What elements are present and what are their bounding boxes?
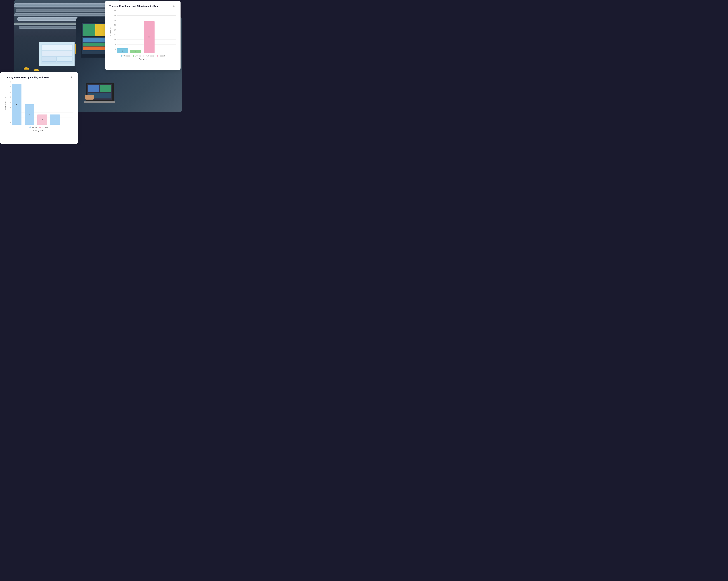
- chart-card-resources: Training Resources by Facility and Role …: [0, 72, 78, 144]
- legend-passed: Passed: [157, 55, 165, 57]
- grid2-label-7: 7: [7, 86, 10, 88]
- grid2-label-1: 1: [7, 116, 10, 118]
- grid-label-40: 40: [112, 10, 115, 11]
- grid2-label-0: 0: [7, 122, 10, 123]
- grid-label-0: 0: [112, 48, 115, 50]
- grid-label-10: 10: [112, 39, 115, 41]
- chart1-x-label: Operator: [109, 58, 176, 60]
- bar-enrolled-label: 3: [135, 51, 136, 53]
- chart1-y-axis-label: Resources: [109, 10, 111, 53]
- chart2-bar-chart: Trained Resources 8 7 6: [4, 81, 74, 125]
- chart1-header: Training Enrollment and Attendance by Ro…: [109, 4, 176, 8]
- chart1-title: Training Enrollment and Attendance by Ro…: [109, 4, 158, 8]
- chart2-download-icon[interactable]: ⬇: [70, 76, 74, 79]
- chart1-grid: 40 35 30 25: [112, 10, 176, 53]
- chart2-legend: Invalid Operator: [4, 126, 74, 128]
- grid2-label-2: 2: [7, 111, 10, 113]
- chart1-bar-chart: Resources 40 35 30: [109, 10, 176, 53]
- bar-facility-4-label: 2: [54, 118, 55, 121]
- grid-label-35: 35: [112, 15, 115, 16]
- legend-enrolled-dot: [133, 55, 134, 57]
- bar-attended: 5: [117, 48, 128, 53]
- chart1-chart-area: 40 35 30 25: [112, 10, 176, 53]
- legend2-invalid-dot: [29, 127, 31, 128]
- legend2-invalid: Invalid: [29, 126, 37, 128]
- legend-enrolled-label: Enrolled but not Attended: [135, 55, 154, 57]
- bar-facility-4: 2: [50, 114, 60, 125]
- chart2-y-axis-label: Trained Resources: [4, 81, 6, 125]
- grid2-label-3: 3: [7, 106, 10, 108]
- legend-attended-dot: [121, 55, 123, 57]
- grid2-label-5: 5: [7, 96, 10, 98]
- grid2-label-6: 6: [7, 91, 10, 93]
- chart-card-enrollment: Training Enrollment and Attendance by Ro…: [105, 1, 181, 70]
- grid-label-5: 5: [112, 44, 115, 45]
- chart2-title: Training Resources by Facility and Role: [4, 76, 49, 79]
- grid-label-30: 30: [112, 20, 115, 21]
- legend2-operator-dot: [39, 127, 41, 128]
- grid-label-25: 25: [112, 24, 115, 26]
- chart2-chart-area: 8 7 6 5 4: [7, 81, 74, 125]
- legend2-invalid-label: Invalid: [32, 126, 37, 128]
- chart1-download-icon[interactable]: ⬇: [173, 4, 176, 8]
- grid2-label-8: 8: [7, 81, 10, 83]
- bar-passed: 33: [144, 21, 155, 53]
- grid-label-15: 15: [112, 34, 115, 36]
- bar-enrolled: 3: [130, 50, 141, 53]
- bar-passed-label: 33: [148, 36, 150, 38]
- bar-facility-2: 4: [25, 104, 34, 125]
- legend2-operator-label: Operator: [42, 126, 48, 128]
- bar-facility-1-label: 8: [16, 103, 17, 106]
- chart2-grid: 8 7 6 5 4: [7, 81, 74, 125]
- bar-attended-label: 5: [122, 50, 123, 52]
- chart2-x-label: Facility Name: [4, 129, 74, 132]
- bar-facility-3: 2: [37, 114, 47, 125]
- scene: Training Enrollment and Attendance by Ro…: [0, 0, 182, 145]
- bar-facility-2-label: 4: [29, 113, 30, 116]
- chart1-legend: Attended Enrolled but not Attended Passe…: [109, 55, 176, 57]
- legend-attended-label: Attended: [123, 55, 130, 57]
- bar-facility-3-label: 2: [42, 118, 43, 121]
- grid-label-20: 20: [112, 29, 115, 31]
- bar-facility-1: 8: [12, 84, 22, 125]
- legend-passed-dot: [157, 55, 158, 57]
- legend2-operator: Operator: [39, 126, 48, 128]
- grid2-label-4: 4: [7, 101, 10, 103]
- chart2-header: Training Resources by Facility and Role …: [4, 76, 74, 79]
- legend-enrolled: Enrolled but not Attended: [133, 55, 154, 57]
- legend-attended: Attended: [121, 55, 130, 57]
- legend-passed-label: Passed: [159, 55, 165, 57]
